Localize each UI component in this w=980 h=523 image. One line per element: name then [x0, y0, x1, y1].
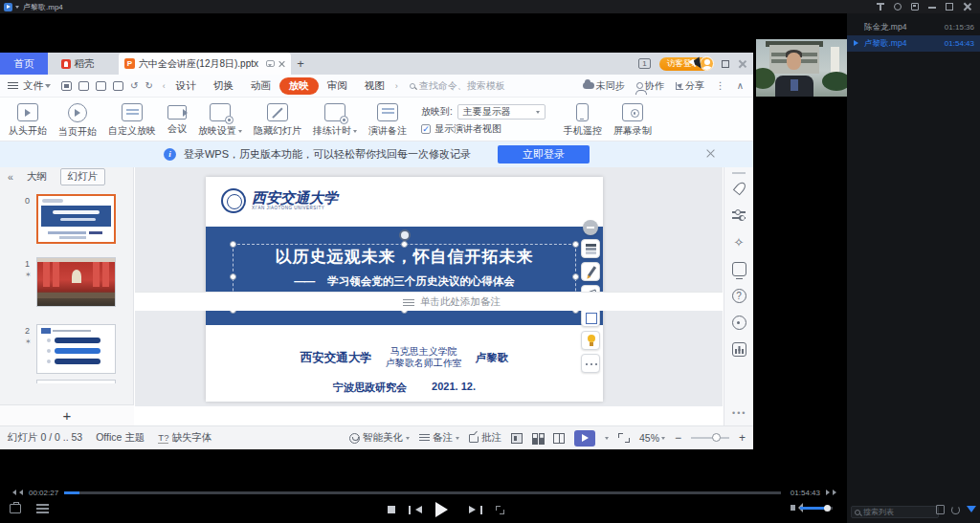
refresh-icon[interactable] — [951, 506, 960, 514]
player-menu-caret-icon[interactable] — [15, 6, 19, 11]
phone-remote-button[interactable]: 手机遥控 — [559, 101, 607, 140]
tab-docer[interactable]: 稻壳 — [48, 53, 107, 75]
zoom-level[interactable]: 45% — [639, 432, 665, 444]
display-target-select[interactable]: 主要显示器 — [457, 104, 546, 120]
help-icon[interactable]: ? — [732, 289, 746, 303]
panel-tab-outline[interactable]: 大纲 — [27, 170, 47, 184]
collapse-ribbon-icon[interactable]: ∧ — [737, 80, 744, 91]
zoom-out-button[interactable]: − — [675, 431, 681, 445]
menu-tab-transition[interactable]: 切换 — [205, 79, 242, 93]
slide-thumbnail-3-partial[interactable] — [36, 380, 116, 383]
normal-view-button[interactable] — [511, 433, 523, 444]
menu-tab-animation[interactable]: 动画 — [242, 79, 279, 93]
notes-bar[interactable]: 单击此处添加备注 — [135, 292, 723, 311]
hide-slide-button[interactable]: 隐藏幻灯片 — [249, 101, 306, 140]
slide-thumbnail-1[interactable] — [36, 257, 116, 307]
screen-icon[interactable] — [732, 262, 746, 276]
dismiss-notice-icon[interactable] — [706, 149, 715, 158]
sync-status[interactable]: 未同步 — [583, 79, 625, 93]
player-titlebar[interactable]: 卢黎歌.mp4 — [0, 0, 980, 13]
update-badge[interactable]: 1 — [638, 58, 651, 69]
adjust-sliders-icon[interactable] — [732, 208, 746, 223]
command-search-input[interactable]: 查找命令、搜索模板 — [410, 79, 505, 93]
wps-restore-icon[interactable] — [722, 60, 729, 68]
volume-slider[interactable] — [800, 507, 833, 510]
zoom-in-button[interactable]: + — [739, 431, 746, 445]
add-slide-button[interactable]: + — [0, 404, 134, 425]
collapse-toolbar-icon[interactable] — [583, 220, 598, 235]
more-tools-icon[interactable] — [581, 354, 600, 373]
smart-beautify-button[interactable]: 智能美化 — [349, 431, 410, 445]
notes-button[interactable]: 备注 — [419, 431, 459, 445]
menu-tab-view[interactable]: 视图 — [356, 79, 393, 93]
forward-icon[interactable] — [826, 490, 839, 495]
idea-bulb-icon[interactable] — [581, 331, 600, 350]
slideshow-play-button[interactable] — [574, 430, 595, 447]
play-options-caret-icon[interactable] — [605, 437, 609, 442]
print-preview-icon[interactable] — [113, 81, 123, 91]
comment-icon[interactable] — [266, 60, 275, 67]
file-caret-icon[interactable] — [45, 84, 51, 91]
speaker-notes-button[interactable]: 演讲备注 — [364, 101, 412, 140]
new-tab-button[interactable]: + — [291, 53, 310, 75]
print-icon[interactable] — [96, 81, 106, 91]
undo-icon[interactable]: ↺ — [130, 80, 138, 91]
next-icon[interactable] — [469, 506, 482, 514]
volume-icon[interactable] — [791, 505, 795, 511]
export-icon[interactable] — [78, 81, 89, 91]
open-file-icon[interactable] — [10, 504, 21, 513]
hamburger-menu-icon[interactable] — [8, 82, 18, 90]
slide-sorter-view-button[interactable] — [532, 433, 544, 444]
location-icon[interactable] — [732, 316, 746, 330]
sidebar-more-icon[interactable]: ••• — [732, 408, 746, 418]
collaborate-button[interactable]: 协作 — [636, 79, 664, 93]
comments-button[interactable]: 批注 — [469, 431, 501, 445]
tab-home[interactable]: 首页 — [0, 53, 48, 75]
meeting-button[interactable]: 会议 — [163, 101, 191, 138]
reading-view-button[interactable] — [553, 433, 565, 444]
chart-icon[interactable] — [732, 342, 746, 357]
share-button[interactable]: 分享 — [676, 79, 704, 93]
pin-icon[interactable] — [877, 3, 884, 11]
play-icon[interactable] — [435, 502, 456, 517]
playlist-item[interactable]: 陈金龙.mp4 01:15:36 — [847, 19, 980, 35]
panel-tab-slides[interactable]: 幻灯片 — [60, 168, 106, 185]
custom-show-button[interactable]: 自定义放映 — [103, 101, 161, 140]
menu-tab-review[interactable]: 审阅 — [319, 79, 356, 93]
shape-frame-icon[interactable] — [581, 308, 600, 327]
presenter-view-checkbox[interactable]: ✓ — [421, 124, 431, 134]
playlist-item-active[interactable]: 卢黎歌.mp4 01:54:43 — [847, 35, 980, 52]
tab-document[interactable]: P 六中全会讲座(12月8日).pptx — [119, 53, 291, 75]
theme-name[interactable]: Office 主题 — [96, 431, 145, 445]
effects-star-icon[interactable]: ✧ — [732, 235, 746, 250]
fit-window-icon[interactable] — [618, 433, 630, 443]
tabs-scroll-right-icon[interactable]: › — [393, 81, 400, 91]
play-from-start-button[interactable]: 从头开始 — [4, 101, 52, 140]
zoom-knob[interactable] — [712, 433, 721, 442]
pen-icon[interactable] — [581, 262, 600, 281]
missing-font-label[interactable]: 缺失字体 — [171, 431, 212, 445]
screen-record-button[interactable]: 屏幕录制 — [609, 101, 657, 140]
capture-icon[interactable] — [911, 3, 919, 11]
fullscreen-icon[interactable] — [496, 506, 504, 514]
playlist-search-input[interactable]: 搜索列表 — [851, 506, 939, 518]
rocket-icon[interactable] — [732, 182, 746, 196]
maximize-icon[interactable] — [946, 3, 953, 11]
more-options-icon[interactable]: ⋮ — [716, 80, 725, 91]
menu-tab-slideshow[interactable]: 放映 — [279, 77, 319, 95]
playlist-toggle-icon[interactable] — [36, 504, 49, 513]
tabs-scroll-left-icon[interactable]: ‹ — [161, 81, 167, 91]
previous-icon[interactable] — [409, 506, 422, 514]
slide-thumbnail-2[interactable] — [36, 324, 116, 374]
sidebar-handle[interactable] — [732, 172, 746, 174]
close-icon[interactable] — [963, 3, 970, 11]
redo-icon[interactable]: ↻ — [145, 80, 152, 91]
wps-close-icon[interactable] — [738, 60, 746, 68]
current-slide[interactable]: 西安交通大学 XI'AN JIAOTONG UNIVERSITY — [206, 177, 603, 402]
menu-tab-design[interactable]: 设计 — [167, 79, 205, 93]
menu-file[interactable]: 文件 — [23, 79, 43, 93]
minimize-icon[interactable] — [928, 3, 936, 11]
volume-knob[interactable] — [824, 505, 831, 512]
rewind-icon[interactable] — [10, 490, 23, 495]
settings-icon[interactable] — [894, 3, 902, 11]
